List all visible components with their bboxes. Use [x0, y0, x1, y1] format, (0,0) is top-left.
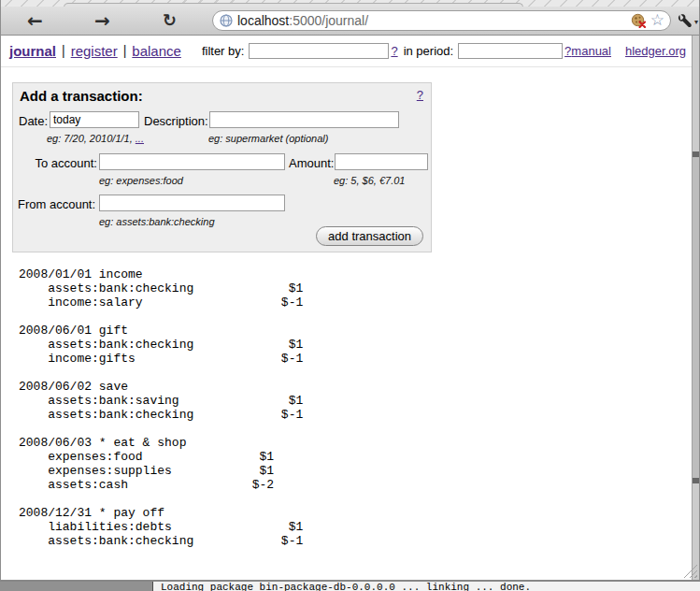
reload-button[interactable]: ↻: [163, 8, 177, 33]
to-account-hint: eg: expenses:food: [99, 175, 183, 186]
vertical-scrollbar[interactable]: [692, 36, 699, 580]
date-hint-text: eg: 7/20, 2010/1/1,: [47, 133, 136, 144]
description-hint: eg: supermarket (optional): [208, 133, 328, 144]
resize-grip[interactable]: [683, 564, 697, 578]
url-text[interactable]: localhost:5000/journal/: [237, 13, 368, 28]
period-help-link[interactable]: ?: [564, 44, 571, 58]
filter-by-label: filter by:: [202, 44, 245, 58]
filter-help-link[interactable]: ?: [391, 44, 397, 58]
url-host: localhost: [237, 13, 289, 28]
globe-icon: [220, 14, 233, 27]
url-bar[interactable]: localhost:5000/journal/ ☆: [212, 10, 671, 31]
to-account-label: To account:: [21, 156, 97, 170]
back-button[interactable]: ←: [27, 8, 43, 33]
nav-link-register[interactable]: register: [71, 43, 118, 59]
description-input[interactable]: [209, 111, 399, 128]
cookie-blocked-icon[interactable]: [631, 13, 647, 28]
amount-hint: eg: 5, $6, €7.01: [334, 175, 405, 186]
manual-link[interactable]: manual: [571, 44, 611, 58]
journal-text: 2008/01/01 income assets:bank:checking $…: [19, 267, 303, 548]
nav-link-balance[interactable]: balance: [132, 43, 181, 59]
date-hint: eg: 7/20, 2010/1/1, ...: [47, 133, 144, 144]
add-transaction-button[interactable]: add transaction: [316, 226, 423, 246]
from-account-input[interactable]: [99, 195, 285, 211]
form-title: Add a transaction:: [20, 88, 143, 104]
date-label: Date:: [19, 114, 48, 128]
background-strip: Loading package bin-package-db-0.0.0.0 .…: [0, 582, 700, 591]
in-period-label: in period:: [404, 44, 453, 58]
browser-window: ← → ↻ localhost:5000/journal/ ☆: [0, 0, 700, 591]
nav-divider: [0, 66, 693, 67]
from-account-hint: eg: assets:bank:checking: [99, 216, 215, 227]
hledger-org-link[interactable]: hledger.org: [625, 44, 686, 58]
url-path: :5000/journal/: [289, 13, 368, 28]
terminal-window-strip: Loading package bin-package-db-0.0.0.0 .…: [152, 582, 700, 591]
nav-link-journal[interactable]: journal: [9, 43, 56, 59]
date-hint-more-link[interactable]: ...: [136, 133, 144, 144]
to-account-input[interactable]: [99, 153, 285, 170]
form-help-link[interactable]: ?: [417, 88, 423, 102]
nav-separator: |: [123, 43, 127, 58]
amount-label: Amount:: [289, 156, 334, 170]
nav-separator: |: [62, 43, 65, 58]
browser-menu-button[interactable]: ▾: [677, 14, 698, 29]
forward-button[interactable]: →: [94, 8, 110, 33]
period-input[interactable]: [458, 43, 563, 59]
amount-input[interactable]: [335, 153, 428, 170]
filter-input[interactable]: [249, 43, 389, 59]
terminal-output-text: Loading package bin-package-db-0.0.0.0 .…: [161, 582, 531, 591]
from-account-label: From account:: [18, 197, 95, 211]
hledger-nav: journal | register | balance filter by: …: [9, 39, 685, 62]
wrench-icon: [677, 14, 693, 29]
bookmark-star-icon[interactable]: ☆: [650, 13, 664, 28]
window-left-edge: [0, 0, 1, 581]
browser-toolbar: ← → ↻ localhost:5000/journal/ ☆: [0, 7, 700, 36]
menu-dropdown-arrow-icon: ▾: [694, 18, 698, 26]
add-transaction-form: Add a transaction: ? Date: Description: …: [12, 82, 432, 252]
date-input[interactable]: [50, 111, 139, 128]
description-label: Description:: [144, 114, 208, 128]
